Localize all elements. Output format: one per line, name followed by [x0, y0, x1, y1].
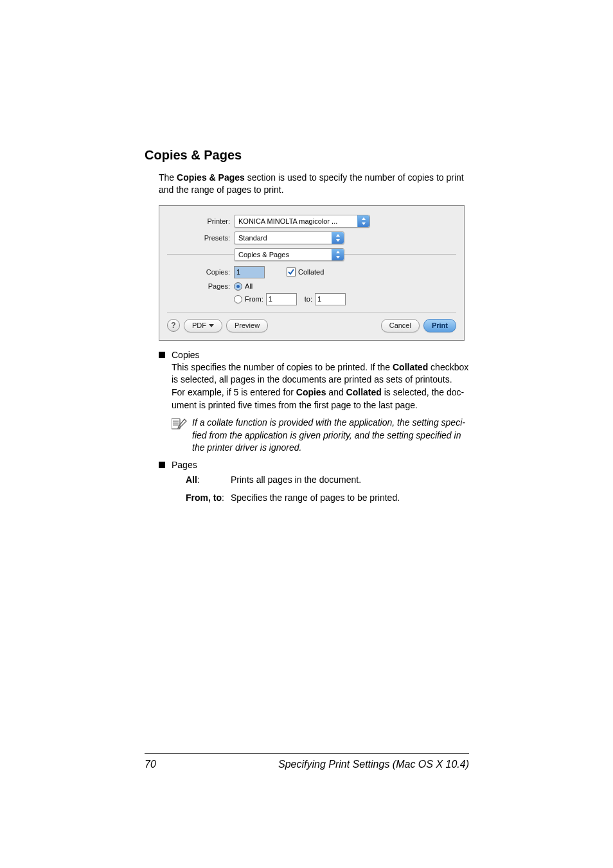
- def-fromto-term: From, to:: [186, 492, 231, 505]
- print-button[interactable]: Print: [423, 319, 456, 332]
- printer-dropdown[interactable]: KONICA MINOLTA magicolor ...: [234, 215, 370, 228]
- pages-to-label: to:: [305, 295, 312, 303]
- cancel-button[interactable]: Cancel: [381, 319, 420, 332]
- dropdown-arrows-icon: [332, 232, 344, 244]
- pages-from-label: From:: [245, 295, 263, 303]
- text-bold: Collated: [346, 387, 382, 397]
- help-button[interactable]: ?: [167, 319, 180, 332]
- chevron-down-icon: [209, 324, 214, 327]
- text-span: For example, if 5 is entered for: [172, 387, 294, 397]
- presets-dropdown-value: Standard: [235, 234, 332, 242]
- collated-label: Collated: [298, 268, 324, 276]
- pages-from-value: 1: [269, 295, 272, 303]
- section-title: Copies & Pages: [145, 148, 469, 163]
- def-all-term: All:: [186, 474, 231, 487]
- text-bold: Collated: [393, 362, 428, 372]
- collated-checkbox[interactable]: [287, 267, 296, 276]
- note-text: If a collate function is provided with t…: [192, 417, 469, 455]
- pages-from-input[interactable]: 1: [266, 293, 297, 305]
- section-intro: The Copies & Pages section is used to sp…: [159, 172, 469, 196]
- print-button-label: Print: [432, 321, 448, 329]
- pages-label: Pages:: [167, 282, 234, 290]
- text-bold: From, to: [186, 493, 222, 503]
- footer-title: Specifying Print Settings (Mac OS X 10.4…: [278, 759, 469, 770]
- page-number: 70: [145, 759, 156, 770]
- intro-pre: The: [159, 172, 174, 183]
- text-span: :: [197, 475, 200, 485]
- text-span: This specifies the number of copies to b…: [172, 362, 390, 372]
- pages-to-input[interactable]: 1: [315, 293, 346, 305]
- preview-button[interactable]: Preview: [226, 319, 268, 332]
- printer-label: Printer:: [167, 217, 234, 225]
- bullet-icon: [159, 352, 165, 358]
- pages-all-label: All: [245, 282, 253, 290]
- copies-input-value: 1: [236, 268, 240, 276]
- cancel-button-label: Cancel: [389, 321, 411, 329]
- panel-dropdown-value: Copies & Pages: [235, 251, 332, 258]
- copies-item-heading: Copies: [172, 350, 200, 360]
- copies-label: Copies:: [167, 268, 234, 276]
- pages-from-radio[interactable]: [234, 295, 242, 303]
- preview-button-label: Preview: [235, 321, 260, 329]
- copies-item-body: This specifies the number of copies to b…: [172, 361, 469, 411]
- printer-dropdown-value: KONICA MINOLTA magicolor ...: [235, 217, 357, 225]
- dropdown-arrows-icon: [332, 249, 344, 260]
- text-span: :: [222, 493, 224, 503]
- copies-input[interactable]: 1: [234, 266, 265, 278]
- bullet-icon: [159, 462, 165, 468]
- pages-to-value: 1: [317, 295, 321, 303]
- presets-dropdown[interactable]: Standard: [234, 231, 344, 244]
- text-bold: All: [186, 475, 197, 485]
- def-fromto-desc: Specifies the range of pages to be print…: [231, 492, 400, 505]
- presets-label: Presets:: [167, 234, 234, 242]
- text-span: and: [328, 387, 343, 397]
- pdf-button-label: PDF: [192, 321, 206, 329]
- panel-dropdown[interactable]: Copies & Pages: [234, 248, 344, 261]
- footer-rule: [145, 753, 469, 754]
- def-all-desc: Prints all pages in the document.: [231, 474, 361, 487]
- dropdown-arrows-icon: [357, 215, 369, 227]
- text-bold: Copies: [296, 387, 326, 397]
- note-icon: [172, 417, 187, 455]
- intro-bold: Copies & Pages: [177, 172, 245, 183]
- print-dialog: Printer: KONICA MINOLTA magicolor ... Pr…: [159, 205, 465, 341]
- pdf-menu-button[interactable]: PDF: [184, 319, 222, 332]
- help-icon: ?: [171, 321, 175, 330]
- pages-all-radio[interactable]: [234, 282, 242, 291]
- pages-item-heading: Pages: [172, 460, 197, 470]
